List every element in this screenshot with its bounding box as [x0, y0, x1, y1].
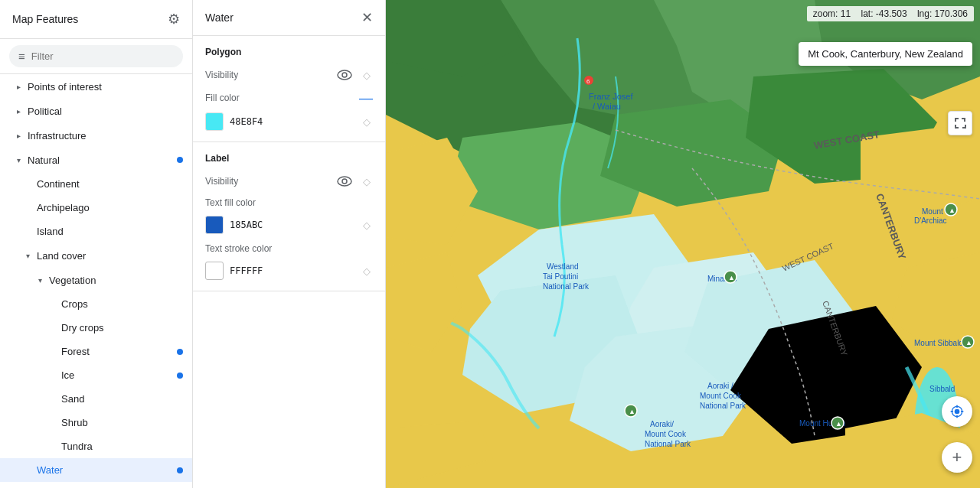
- label-visibility-diamond[interactable]: ◇: [361, 175, 373, 187]
- text-fill-color-value[interactable]: 185ABC: [230, 220, 263, 230]
- sidebar-item-label-island: Island: [37, 226, 180, 237]
- sidebar-item-label-ice: Ice: [61, 369, 180, 381]
- sidebar-item-background[interactable]: Background: [0, 482, 192, 488]
- sidebar-item-land-cover[interactable]: ▾Land cover: [0, 243, 192, 268]
- text-stroke-color-swatch[interactable]: [205, 262, 224, 280]
- sidebar-item-points-of-interest[interactable]: ▸Points of interest: [0, 74, 192, 99]
- sidebar-item-label-political: Political: [28, 106, 180, 117]
- svg-text:Aoraki/: Aoraki/: [650, 420, 674, 428]
- svg-point-2: [338, 177, 351, 186]
- sidebar: Map Features ⚙ ≡ ▸Points of interest▸Pol…: [0, 0, 193, 488]
- sidebar-filter-section: ≡: [0, 39, 192, 74]
- sidebar-item-vegetation[interactable]: ▾Vegetation: [0, 268, 192, 292]
- text-fill-color-diamond[interactable]: ◇: [361, 219, 373, 231]
- sidebar-item-tundra[interactable]: Tundra: [0, 434, 192, 458]
- water-panel: Water ✕ Polygon Visibility ◇ Fill color: [193, 0, 386, 488]
- fill-color-value[interactable]: 48E8F4: [230, 116, 263, 127]
- zoom-label: zoom:: [813, 8, 838, 19]
- svg-point-0: [338, 70, 351, 80]
- sidebar-item-shrub[interactable]: Shrub: [0, 411, 192, 434]
- sidebar-item-label-continent: Continent: [37, 178, 180, 190]
- sidebar-item-ice[interactable]: Ice: [0, 363, 192, 387]
- text-fill-color-swatch[interactable]: [205, 216, 224, 234]
- svg-text:▲: ▲: [629, 408, 635, 415]
- label-visibility-toggle[interactable]: [336, 173, 353, 190]
- fill-color-value-row: 48E8F4 ◇: [205, 112, 373, 131]
- label-visibility-row: Visibility ◇: [205, 173, 373, 190]
- sidebar-item-water[interactable]: Water: [0, 458, 192, 482]
- sidebar-item-crops[interactable]: Crops: [0, 292, 192, 316]
- sidebar-item-label-tundra: Tundra: [61, 441, 180, 452]
- sidebar-item-continent[interactable]: Continent: [0, 172, 192, 196]
- polygon-fill-color-section: Fill color — 48E8F4 ◇: [205, 91, 373, 131]
- svg-text:▲: ▲: [949, 207, 956, 214]
- svg-text:▲: ▲: [835, 420, 842, 428]
- zoom-plus-button[interactable]: +: [942, 442, 972, 473]
- chevron-icon: ▸: [12, 129, 24, 142]
- filter-input[interactable]: [31, 50, 174, 62]
- fill-color-minus[interactable]: —: [359, 91, 373, 105]
- sidebar-item-political[interactable]: ▸Political: [0, 99, 192, 123]
- fill-color-label: Fill color: [205, 93, 240, 103]
- sidebar-item-label-archipelago: Archipelago: [37, 202, 180, 213]
- zoom-plus-icon: +: [952, 449, 962, 466]
- svg-text:Mount Sibbald: Mount Sibbald: [914, 339, 963, 347]
- sidebar-item-dot: [177, 373, 183, 379]
- filter-input-wrap: ≡: [9, 45, 183, 67]
- label-section: Label Visibility ◇ Text fill color: [193, 142, 385, 291]
- sidebar-item-dry-crops[interactable]: Dry crops: [0, 316, 192, 340]
- svg-text:National Park: National Park: [543, 282, 590, 291]
- svg-point-3: [342, 179, 347, 184]
- sidebar-item-dot: [177, 157, 183, 163]
- text-stroke-color-label: Text stroke color: [205, 243, 272, 254]
- lng-value: 170.306: [935, 8, 968, 19]
- lat-label: lat:: [861, 8, 874, 19]
- map-canvas: WEST COAST CANTERBURY WEST COAST CANTERB…: [386, 0, 980, 488]
- chevron-icon: ▸: [12, 105, 24, 117]
- text-stroke-color-value[interactable]: FFFFFF: [230, 265, 263, 276]
- panel-title: Water: [205, 11, 234, 24]
- sidebar-item-label-shrub: Shrub: [61, 417, 180, 428]
- text-fill-color-value-row: 185ABC ◇: [205, 216, 373, 234]
- sidebar-item-infrastructure[interactable]: ▸Infrastructure: [0, 123, 192, 148]
- sidebar-item-forest[interactable]: Forest: [0, 340, 192, 363]
- sidebar-title: Map Features: [12, 13, 78, 25]
- svg-text:Franz Josef: Franz Josef: [589, 92, 633, 101]
- svg-text:/ Waiau: / Waiau: [593, 102, 621, 111]
- svg-text:Tai Poutini: Tai Poutini: [543, 272, 578, 281]
- fill-color-diamond[interactable]: ◇: [361, 115, 373, 128]
- close-button[interactable]: ✕: [361, 11, 373, 24]
- map-coordinates: zoom: 11 lat: -43.503 lng: 170.306: [807, 6, 974, 21]
- svg-text:D'Archiac: D'Archiac: [914, 216, 946, 225]
- svg-text:▲: ▲: [728, 274, 735, 281]
- map-area[interactable]: WEST COAST CANTERBURY WEST COAST CANTERB…: [386, 0, 980, 488]
- polygon-section-title: Polygon: [205, 47, 373, 57]
- polygon-visibility-toggle[interactable]: [336, 67, 353, 83]
- sidebar-item-label-vegetation: Vegetation: [49, 275, 180, 286]
- sidebar-item-label-natural: Natural: [28, 155, 180, 166]
- sidebar-item-dot: [177, 349, 183, 355]
- fill-color-swatch[interactable]: [205, 112, 224, 131]
- sidebar-item-label-forest: Forest: [61, 346, 180, 357]
- polygon-visibility-row: Visibility ◇: [205, 67, 373, 83]
- sidebar-nav-list: ▸Points of interest▸Political▸Infrastruc…: [0, 74, 192, 488]
- sidebar-item-label-sand: Sand: [61, 393, 180, 405]
- text-fill-color-row: 185ABC: [205, 216, 263, 234]
- gear-icon[interactable]: ⚙: [168, 11, 180, 28]
- sidebar-item-island[interactable]: Island: [0, 220, 192, 243]
- chevron-icon: ▾: [34, 274, 46, 286]
- sidebar-item-archipelago[interactable]: Archipelago: [0, 196, 192, 220]
- chevron-icon: ▾: [21, 249, 34, 262]
- sidebar-item-label-land-cover: Land cover: [37, 250, 180, 262]
- sidebar-item-sand[interactable]: Sand: [0, 387, 192, 411]
- text-stroke-color-row: FFFFFF: [205, 262, 263, 280]
- panel-header: Water ✕: [193, 0, 385, 36]
- polygon-visibility-diamond[interactable]: ◇: [361, 69, 373, 81]
- text-stroke-color-diamond[interactable]: ◇: [361, 265, 373, 277]
- chevron-icon: ▸: [12, 80, 24, 93]
- fullscreen-button[interactable]: [948, 111, 972, 135]
- sidebar-item-natural[interactable]: ▾Natural: [0, 148, 192, 172]
- svg-point-59: [955, 409, 960, 415]
- label-visibility-label: Visibility: [205, 176, 238, 187]
- location-button[interactable]: [942, 396, 972, 427]
